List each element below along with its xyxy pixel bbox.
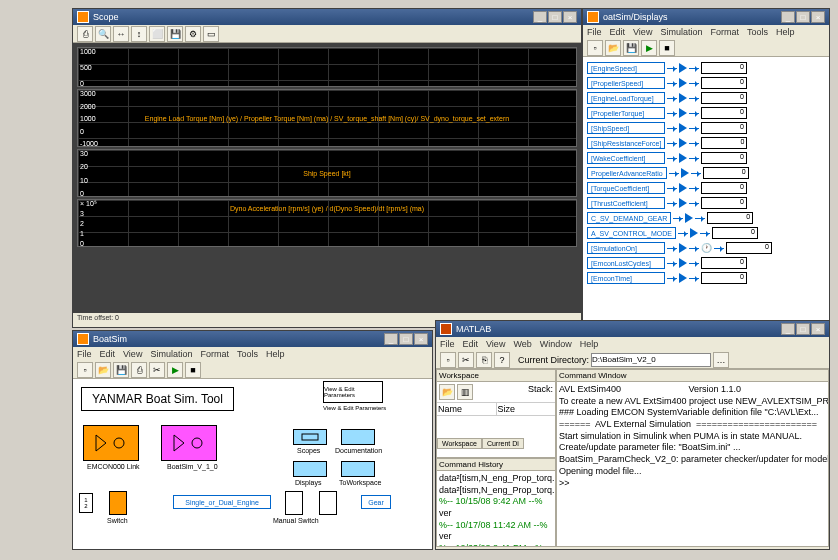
manual-switch-block[interactable] <box>285 491 303 515</box>
history-line[interactable]: %-- 10/17/08 11:42 AM --% <box>439 520 553 532</box>
menu-item[interactable]: Edit <box>463 339 479 349</box>
settings-icon[interactable]: ⚙ <box>185 26 201 42</box>
close-button[interactable]: × <box>414 333 428 345</box>
history-line[interactable]: %-- 10/15/08 9:42 AM --% <box>439 496 553 508</box>
display-block[interactable]: 0 <box>701 62 747 74</box>
display-block[interactable]: 0 <box>701 122 747 134</box>
menu-item[interactable]: Help <box>776 27 795 37</box>
new-icon[interactable]: ▫ <box>587 40 603 56</box>
menu-item[interactable]: Help <box>580 339 599 349</box>
cut-icon[interactable]: ✂ <box>149 362 165 378</box>
menu-item[interactable]: Simulation <box>660 27 702 37</box>
titlebar[interactable]: BoatSim _ □ × <box>73 331 432 347</box>
print-icon[interactable]: ⎙ <box>77 26 93 42</box>
zoom-y-icon[interactable]: ↕ <box>131 26 147 42</box>
menu-item[interactable]: Simulation <box>150 349 192 359</box>
copy-icon[interactable]: ⎘ <box>476 352 492 368</box>
display-block[interactable]: 0 <box>701 257 747 269</box>
emcon-block[interactable] <box>83 425 139 461</box>
autoscale-icon[interactable]: ⬜ <box>149 26 165 42</box>
history-line[interactable]: data²[tism,N_eng_Prop_torq... <box>439 485 553 497</box>
scope-chart[interactable]: 10005000 <box>77 47 577 87</box>
tab-curdir[interactable]: Current Di <box>482 438 524 449</box>
scope-chart[interactable]: × 10⁵3210Dyno Acceleration [rpm/s] (ye) … <box>77 199 577 247</box>
open-icon[interactable]: 📂 <box>95 362 111 378</box>
display-block[interactable]: 0 <box>703 167 749 179</box>
ws-open-icon[interactable]: 📂 <box>439 384 455 400</box>
doc-block[interactable] <box>341 429 375 445</box>
tab-workspace[interactable]: Workspace <box>437 438 482 449</box>
constant-block[interactable]: 12 <box>79 493 93 513</box>
zoom-x-icon[interactable]: ↔ <box>113 26 129 42</box>
menu-item[interactable]: Window <box>540 339 572 349</box>
maximize-button[interactable]: □ <box>796 11 810 23</box>
menu-item[interactable]: Web <box>513 339 531 349</box>
signal-from-block[interactable]: [EngineSpeed] <box>587 62 665 74</box>
stop-icon[interactable]: ■ <box>185 362 201 378</box>
display-block[interactable]: 0 <box>701 107 747 119</box>
menu-item[interactable]: Tools <box>237 349 258 359</box>
history-line[interactable]: ver <box>439 531 553 543</box>
display-block[interactable]: 0 <box>701 182 747 194</box>
current-directory-input[interactable] <box>591 353 711 367</box>
signal-from-block[interactable]: [SimulationOn] <box>587 242 665 254</box>
menu-item[interactable]: View <box>633 27 652 37</box>
save-icon[interactable]: 💾 <box>623 40 639 56</box>
displays-block[interactable] <box>293 461 327 477</box>
signal-from-block[interactable]: [PropellerTorque] <box>587 107 665 119</box>
minimize-button[interactable]: _ <box>781 323 795 335</box>
menu-item[interactable]: File <box>587 27 602 37</box>
display-block[interactable]: 0 <box>701 92 747 104</box>
maximize-button[interactable]: □ <box>399 333 413 345</box>
zoom-icon[interactable]: 🔍 <box>95 26 111 42</box>
close-button[interactable]: × <box>563 11 577 23</box>
play-icon[interactable]: ▶ <box>167 362 183 378</box>
scope-chart[interactable]: 3000200010000-1000Engine Load Torque [Nm… <box>77 89 577 147</box>
minimize-button[interactable]: _ <box>781 11 795 23</box>
open-icon[interactable]: 📂 <box>605 40 621 56</box>
titlebar[interactable]: Scope _ □ × <box>73 9 581 25</box>
save-icon[interactable]: 💾 <box>113 362 129 378</box>
new-icon[interactable]: ▫ <box>440 352 456 368</box>
col-name[interactable]: Name <box>437 403 497 415</box>
menu-item[interactable]: Edit <box>610 27 626 37</box>
scope-chart[interactable]: 3020100Ship Speed [kt] <box>77 149 577 197</box>
browse-icon[interactable]: … <box>713 352 729 368</box>
menu-item[interactable]: Help <box>266 349 285 359</box>
history-list[interactable]: data²[tism,N_eng_Prop_torq...data²[tism,… <box>437 471 555 547</box>
signal-from-block[interactable]: [EmconTime] <box>587 272 665 284</box>
new-icon[interactable]: ▫ <box>77 362 93 378</box>
titlebar[interactable]: MATLAB _ □ × <box>436 321 829 337</box>
titlebar[interactable]: oatSim/Displays _ □ × <box>583 9 829 25</box>
signal-from-block[interactable]: [WakeCoefficient] <box>587 152 665 164</box>
signal-from-block[interactable]: [ShipResistanceForce] <box>587 137 665 149</box>
menu-item[interactable]: Format <box>710 27 739 37</box>
menu-item[interactable]: View <box>123 349 142 359</box>
stop-icon[interactable]: ■ <box>659 40 675 56</box>
help-icon[interactable]: ? <box>494 352 510 368</box>
close-button[interactable]: × <box>811 11 825 23</box>
gear-goto[interactable]: Gear <box>361 495 391 509</box>
close-button[interactable]: × <box>811 323 825 335</box>
signal-from-block[interactable]: [EmconLostCycles] <box>587 257 665 269</box>
minimize-button[interactable]: _ <box>384 333 398 345</box>
model-canvas[interactable]: [EngineSpeed]0[PropellerSpeed]0[EngineLo… <box>583 57 829 327</box>
maximize-button[interactable]: □ <box>548 11 562 23</box>
boatsim-block[interactable] <box>161 425 217 461</box>
display-block[interactable]: 0 <box>712 227 758 239</box>
switch-block[interactable] <box>109 491 127 515</box>
display-block[interactable]: 0 <box>701 272 747 284</box>
signal-from-block[interactable]: [ThrustCoefficient] <box>587 197 665 209</box>
cut-icon[interactable]: ✂ <box>458 352 474 368</box>
workspace-block[interactable] <box>341 461 375 477</box>
minimize-button[interactable]: _ <box>533 11 547 23</box>
col-size[interactable]: Size <box>497 403 556 415</box>
menu-item[interactable]: File <box>77 349 92 359</box>
history-line[interactable]: data²[tism,N_eng_Prop_torq... <box>439 473 553 485</box>
maximize-button[interactable]: □ <box>796 323 810 335</box>
menu-item[interactable]: View <box>486 339 505 349</box>
history-line[interactable]: ver <box>439 508 553 520</box>
scopes-block[interactable] <box>293 429 327 445</box>
signal-from-block[interactable]: C_SV_DEMAND_GEAR <box>587 212 671 224</box>
signal-from-block[interactable]: [ShipSpeed] <box>587 122 665 134</box>
